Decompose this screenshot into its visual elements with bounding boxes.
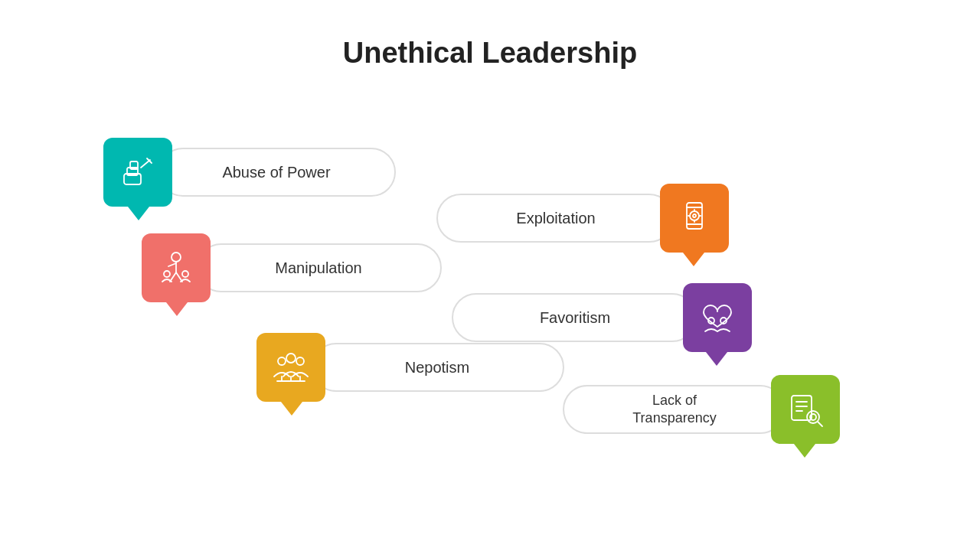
transparency-triangle [794,444,815,458]
svg-line-36 [818,422,822,426]
favoritism-icon-box [683,283,752,352]
abuse-triangle [128,207,149,220]
svg-point-11 [182,271,188,277]
transparency-pill: Lack ofTransparency [563,385,785,434]
nepotism-icon [271,347,311,387]
svg-line-3 [141,160,150,168]
nepotism-triangle [281,402,302,416]
manipulation-label: Manipulation [275,259,361,277]
favoritism-pill: Favoritism [452,293,697,342]
card-nepotism: Nepotism [256,333,564,402]
card-favoritism: Favoritism [452,283,752,352]
nepotism-label: Nepotism [405,359,469,377]
exploitation-triangle [683,253,704,266]
nepotism-pill: Nepotism [312,343,564,392]
favoritism-label: Favoritism [540,309,610,327]
svg-point-22 [690,211,699,220]
transparency-icon [786,390,825,429]
favoritism-triangle [706,352,727,366]
transparency-label: Lack ofTransparency [632,392,716,428]
card-exploitation: Exploitation [436,184,729,253]
abuse-icon [118,152,158,192]
card-manipulation: Manipulation [142,233,442,302]
manipulation-icon-box [142,233,211,302]
manipulation-pill: Manipulation [197,243,442,292]
cards-area: Abuse of Power [0,107,980,536]
exploitation-label: Exploitation [516,210,595,227]
svg-point-13 [286,354,296,363]
exploitation-icon [675,198,714,238]
nepotism-icon-box [256,333,325,402]
svg-rect-30 [792,396,812,420]
card-transparency: Lack ofTransparency [563,375,840,444]
card-abuse: Abuse of Power [103,138,396,207]
svg-point-12 [278,357,286,365]
svg-point-14 [296,357,304,365]
transparency-icon-box [771,375,840,444]
abuse-pill: Abuse of Power [158,148,396,197]
page: Unethical Leadership Abuse of Power [0,0,980,551]
svg-point-23 [693,214,696,217]
manipulation-icon [156,248,196,288]
page-title: Unethical Leadership [0,0,980,70]
manipulation-triangle [166,302,188,316]
abuse-label: Abuse of Power [222,164,330,181]
svg-line-7 [168,263,176,266]
exploitation-pill: Exploitation [436,194,674,243]
abuse-icon-box [103,138,172,207]
favoritism-icon [697,298,737,337]
svg-point-10 [164,271,170,277]
exploitation-icon-box [660,184,729,253]
svg-point-5 [172,253,181,262]
